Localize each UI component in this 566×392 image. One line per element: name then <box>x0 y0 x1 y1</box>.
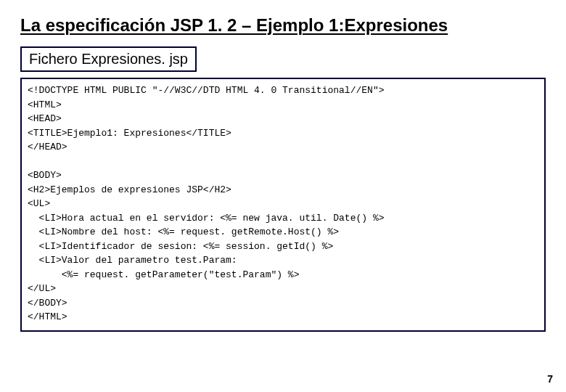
code-box: <!DOCTYPE HTML PUBLIC "-//W3C//DTD HTML … <box>20 78 546 332</box>
slide-content: La especificación JSP 1. 2 – Ejemplo 1:E… <box>0 0 566 332</box>
page-number: 7 <box>547 373 553 385</box>
file-label-box: Fichero Expresiones. jsp <box>20 46 197 72</box>
slide-title: La especificación JSP 1. 2 – Ejemplo 1:E… <box>20 15 546 36</box>
